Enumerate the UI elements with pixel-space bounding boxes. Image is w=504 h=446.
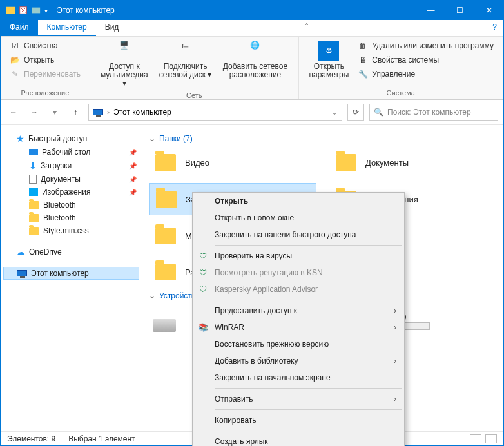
cm-add-to-library[interactable]: Добавить в библиотеку› xyxy=(193,353,404,369)
cm-ksn-reputation[interactable]: 🛡Посмотреть репутацию в KSN xyxy=(193,264,404,281)
folder-icon xyxy=(156,191,177,208)
open-button[interactable]: 📂Открыть xyxy=(7,53,83,66)
chevron-down-icon: ⌄ xyxy=(149,291,155,300)
back-button[interactable]: ← xyxy=(6,104,21,120)
folder-documents[interactable]: Документы xyxy=(329,147,497,178)
cm-open[interactable]: Открыть xyxy=(193,193,404,209)
ribbon-group-location: ☑Свойства 📂Открыть ✎Переименовать Распол… xyxy=(1,37,90,99)
cm-create-shortcut[interactable]: Создать ярлык xyxy=(193,433,404,446)
recent-dropdown-icon[interactable]: ▾ xyxy=(47,104,63,120)
nav-bluetooth-1[interactable]: Bluetooth xyxy=(3,199,139,211)
cloud-icon: ☁ xyxy=(16,247,25,257)
download-icon: ⬇ xyxy=(29,160,37,171)
shield-icon: 🛡 xyxy=(198,251,208,261)
cm-pin-quick-access[interactable]: Закрепить на панели быстрого доступа xyxy=(193,226,404,243)
search-input[interactable]: 🔍 Поиск: Этот компьютер xyxy=(369,104,498,121)
pin-icon: 📌 xyxy=(129,176,137,183)
ribbon-tabs: Файл Компьютер Вид ˄ ? xyxy=(1,20,503,37)
rename-button: ✎Переименовать xyxy=(7,68,83,81)
address-segment[interactable]: Этот компьютер xyxy=(113,108,171,117)
context-menu: Открыть Открыть в новом окне Закрепить н… xyxy=(192,192,405,446)
new-folder-qat-icon[interactable] xyxy=(32,6,41,15)
maximize-button[interactable]: ☐ xyxy=(445,1,474,20)
chevron-down-icon: ⌄ xyxy=(149,134,155,143)
map-drive-button[interactable]: 🖴Подключить сетевой диск ▾ xyxy=(155,39,217,81)
nav-stylecss[interactable]: Style.min.css xyxy=(3,224,139,237)
cm-scan-viruses[interactable]: 🛡Проверить на вирусы xyxy=(193,247,404,264)
drive-icon xyxy=(153,319,176,332)
close-button[interactable]: ✕ xyxy=(474,1,503,20)
forward-button[interactable]: → xyxy=(26,104,42,120)
chevron-right-icon: › xyxy=(394,394,396,403)
cm-winrar[interactable]: 📚WinRAR› xyxy=(193,319,404,336)
document-icon xyxy=(29,175,37,184)
pictures-icon xyxy=(29,188,38,196)
chevron-right-icon: › xyxy=(394,356,396,365)
nav-documents[interactable]: Документы📌 xyxy=(3,173,139,186)
ribbon-collapse-icon[interactable]: ˄ xyxy=(298,20,315,36)
refresh-button[interactable]: ⟳ xyxy=(347,104,364,121)
nav-pictures[interactable]: Изображения📌 xyxy=(3,186,139,199)
cm-open-new-window[interactable]: Открыть в новом окне xyxy=(193,209,404,226)
window-buttons: — ☐ ✕ xyxy=(416,1,503,20)
open-settings-button[interactable]: ⚙Открыть параметры xyxy=(305,39,353,81)
manage-button[interactable]: 🔧Управление xyxy=(355,68,496,81)
cm-pin-to-start[interactable]: Закрепить на начальном экране xyxy=(193,369,404,386)
pin-icon: 📌 xyxy=(129,149,137,156)
cm-send-to[interactable]: Отправить› xyxy=(193,391,404,407)
properties-button[interactable]: ☑Свойства xyxy=(7,39,83,52)
folder-icon xyxy=(155,264,176,280)
cm-separator xyxy=(215,245,402,246)
nav-this-pc[interactable]: Этот компьютер xyxy=(3,267,139,280)
cm-kaspersky-advisor[interactable]: 🛡Kaspersky Application Advisor xyxy=(193,281,404,298)
ribbon: ☑Свойства 📂Открыть ✎Переименовать Распол… xyxy=(1,37,503,100)
address-bar-row: ← → ▾ ↑ › Этот компьютер ⌄ ⟳ 🔍 Поиск: Эт… xyxy=(1,100,503,125)
nav-bluetooth-2[interactable]: Bluetooth xyxy=(3,211,139,224)
cm-copy[interactable]: Копировать xyxy=(193,412,404,429)
folder-icon xyxy=(29,227,39,235)
icons-view-button[interactable] xyxy=(485,434,497,443)
shield-icon: 🛡 xyxy=(198,284,208,295)
up-button[interactable]: ↑ xyxy=(68,104,83,120)
nav-quick-access[interactable]: ★Быстрый доступ xyxy=(3,131,139,146)
quick-access-toolbar: ▾ xyxy=(1,6,53,15)
window-title: Этот компьютер xyxy=(53,6,416,15)
address-bar[interactable]: › Этот компьютер ⌄ xyxy=(88,104,342,121)
uninstall-button[interactable]: 🗑Удалить или изменить программу xyxy=(355,39,496,52)
properties-qat-icon[interactable] xyxy=(19,6,28,15)
folder-videos[interactable]: Видео xyxy=(149,147,316,178)
chevron-right-icon: › xyxy=(107,108,110,117)
group-header-folders[interactable]: ⌄Папки (7) xyxy=(149,134,497,143)
svg-rect-0 xyxy=(6,7,15,14)
cm-separator xyxy=(215,300,402,300)
help-icon[interactable]: ? xyxy=(486,20,503,36)
system-properties-button[interactable]: 🖥Свойства системы xyxy=(355,53,496,66)
tab-computer[interactable]: Компьютер xyxy=(38,20,96,36)
status-count: Элементов: 9 xyxy=(7,434,55,443)
group-label-location: Расположение xyxy=(7,86,83,97)
folder-icon xyxy=(29,214,39,222)
qat-dropdown-icon[interactable]: ▾ xyxy=(44,7,48,14)
nav-desktop[interactable]: Рабочий стол📌 xyxy=(3,146,139,159)
chevron-right-icon: › xyxy=(394,306,396,315)
add-network-location-button[interactable]: 🌐Добавить сетевое расположение xyxy=(218,39,291,81)
address-dropdown-icon[interactable]: ⌄ xyxy=(331,108,338,117)
folder-icon xyxy=(155,154,176,171)
media-access-button[interactable]: 🖥️Доступ к мультимедиа ▾ xyxy=(97,39,152,89)
ribbon-group-network: 🖥️Доступ к мультимедиа ▾ 🖴Подключить сет… xyxy=(90,37,299,99)
nav-onedrive[interactable]: ☁OneDrive xyxy=(3,245,139,259)
cm-restore-previous[interactable]: Восстановить прежнюю версию xyxy=(193,336,404,353)
cm-separator xyxy=(215,431,402,431)
search-placeholder: Поиск: Этот компьютер xyxy=(387,108,471,117)
folder-icon xyxy=(336,154,356,171)
details-view-button[interactable] xyxy=(470,434,481,443)
cm-share[interactable]: Предоставить доступ к› xyxy=(193,302,404,319)
nav-downloads[interactable]: ⬇Загрузки📌 xyxy=(3,159,139,173)
tab-view[interactable]: Вид xyxy=(96,20,128,36)
pin-icon: 📌 xyxy=(129,189,137,196)
status-selection: Выбран 1 элемент xyxy=(68,434,135,443)
ribbon-group-system: ⚙Открыть параметры 🗑Удалить или изменить… xyxy=(299,37,503,99)
cm-separator xyxy=(215,388,402,389)
tab-file[interactable]: Файл xyxy=(1,20,38,36)
minimize-button[interactable]: — xyxy=(416,1,445,20)
